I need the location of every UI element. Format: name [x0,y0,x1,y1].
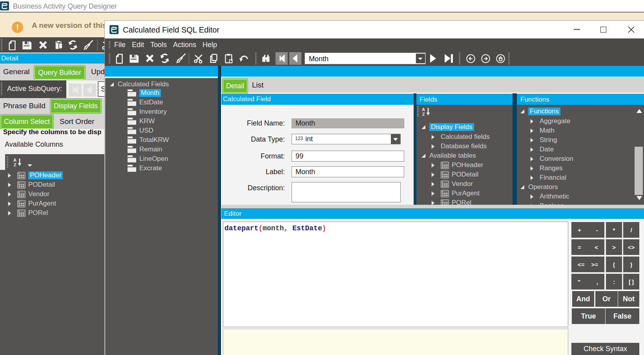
svg-text:Z: Z [14,162,16,167]
svg-text:Z: Z [422,112,425,117]
svg-text:A: A [13,158,16,162]
svg-text:A: A [422,107,425,112]
